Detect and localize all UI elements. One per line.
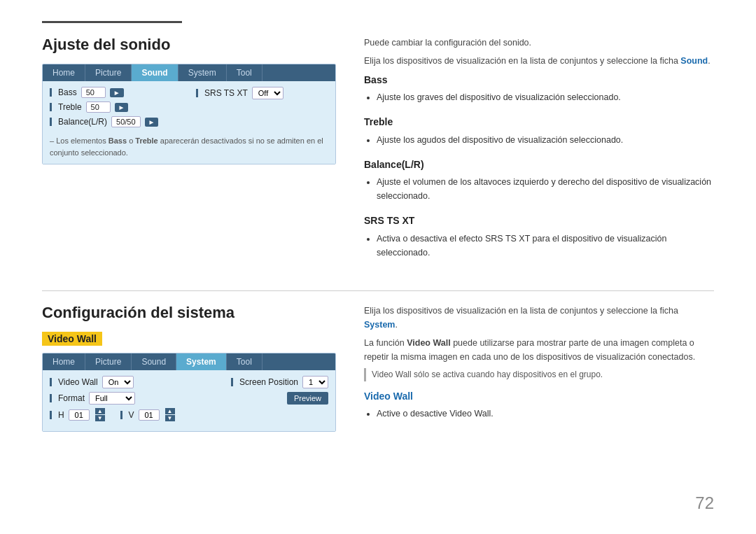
section1-left: Ajuste del sonido Home Picture Sound Sys… [42, 36, 336, 269]
balance-heading: Balance(L/R) [364, 157, 714, 172]
videowall-section: Video Wall Active o desactive Video Wall… [364, 388, 714, 421]
sound-panel: Home Picture Sound System Tool Bass 50 ► [42, 64, 336, 164]
h-down[interactable]: ▼ [95, 415, 105, 421]
videowall-select[interactable]: On Off [102, 376, 134, 388]
tab-home[interactable]: Home [43, 64, 85, 81]
balance-row: Balance(L/R) 50/50 ► [50, 116, 182, 127]
screenpos-select[interactable]: 1 2 [302, 376, 328, 388]
sound-link: Sound [680, 56, 708, 66]
sys-tab-tool[interactable]: Tool [227, 353, 262, 370]
sys-intro: Elija los dispositivos de visualización … [364, 304, 714, 332]
section1-title: Ajuste del sonido [42, 36, 336, 54]
bass-section: Bass Ajuste los graves del dispositivo d… [364, 72, 714, 104]
sound-intro1: Puede cambiar la configuración del sonid… [364, 36, 714, 50]
sound-intro2: Elija los dispositivos de visualización … [364, 54, 714, 68]
sys-tab-picture[interactable]: Picture [85, 353, 132, 370]
section2-title: Configuración del sistema [42, 304, 336, 322]
section2-left: Configuración del sistema Video Wall Hom… [42, 304, 336, 439]
videowall-bold: Video Wall [407, 338, 451, 348]
hv-row: H ▲ ▼ V ▲ ▼ [50, 408, 328, 422]
screenpos-label: Screen Position [239, 377, 298, 387]
treble-value: 50 [86, 101, 111, 113]
format-bar [50, 394, 52, 402]
treble-label: Treble [58, 102, 82, 112]
tab-tool[interactable]: Tool [227, 64, 262, 81]
v-bar [120, 411, 122, 419]
videowall-desc: Active o desactive Video Wall. [377, 407, 714, 421]
h-label: H [58, 410, 64, 420]
system-link: System [364, 320, 395, 330]
videowall-heading: Video Wall [364, 388, 714, 404]
balance-bar [50, 118, 52, 126]
balance-label: Balance(L/R) [58, 117, 107, 127]
bass-heading: Bass [364, 72, 714, 87]
sys-tab-system[interactable]: System [176, 353, 227, 370]
sys-note: Video Wall sólo se activa cuando hay dis… [364, 368, 714, 381]
balance-section: Balance(L/R) Ajuste el volumen de los al… [364, 157, 714, 203]
treble-bar [50, 103, 52, 111]
bass-row: Bass 50 ► [50, 87, 182, 98]
sound-panel-tabs: Home Picture Sound System Tool [43, 64, 335, 81]
srs-link: SRS TS XT [485, 234, 530, 244]
video-wall-badge: Video Wall [42, 332, 102, 346]
bass-arrow[interactable]: ► [110, 88, 124, 97]
system-panel-tabs: Home Picture Sound System Tool [43, 353, 335, 370]
section1-ajuste-sonido: Ajuste del sonido Home Picture Sound Sys… [42, 36, 714, 269]
format-select[interactable]: Full Natural [89, 392, 135, 405]
srs-heading: SRS TS XT [364, 213, 714, 228]
section2-config-sistema: Configuración del sistema Video Wall Hom… [42, 304, 714, 439]
tab-picture[interactable]: Picture [85, 64, 132, 81]
treble-desc: Ajuste los agudos del dispositivo de vis… [377, 133, 714, 147]
srs-bar [196, 89, 198, 97]
videowall-label: Video Wall [58, 377, 98, 387]
treble-arrow[interactable]: ► [115, 103, 129, 112]
h-up[interactable]: ▲ [95, 408, 105, 414]
treble-heading: Treble [364, 114, 714, 129]
v-label: V [129, 410, 134, 420]
section1-right: Puede cambiar la configuración del sonid… [364, 36, 714, 269]
bass-value: 50 [81, 87, 106, 98]
tab-system[interactable]: System [178, 64, 227, 81]
h-input[interactable] [69, 409, 90, 421]
srs-desc: Activa o desactiva el efecto SRS TS XT p… [377, 232, 714, 260]
h-spinners: ▲ ▼ [95, 408, 105, 422]
v-spinners: ▲ ▼ [165, 408, 175, 422]
srs-label: SRS TS XT [204, 88, 248, 98]
srs-select[interactable]: Off On [252, 87, 284, 99]
sys-para1: La función Video Wall puede utilizarse p… [364, 336, 714, 364]
bass-bar [50, 88, 52, 97]
top-line [42, 21, 182, 23]
balance-desc: Ajuste el volumen de los altavoces izqui… [377, 175, 714, 203]
sys-tab-sound[interactable]: Sound [132, 353, 176, 370]
bass-label: Bass [58, 87, 77, 97]
treble-row: Treble 50 ► [50, 101, 182, 113]
v-down[interactable]: ▼ [165, 415, 175, 421]
screenpos-bar [231, 378, 233, 386]
page-number: 72 [695, 493, 714, 513]
videowall-row: Video Wall On Off Screen Position 1 2 [50, 376, 328, 388]
preview-button[interactable]: Preview [287, 392, 328, 405]
videowall-note-link: Video Wall [372, 370, 412, 379]
sys-tab-home[interactable]: Home [43, 353, 85, 370]
sound-panel-note: – Los elementos Bass o Treble aparecerán… [50, 135, 328, 158]
format-row: Format Full Natural Preview [50, 392, 328, 405]
tab-sound[interactable]: Sound [132, 64, 178, 81]
system-panel-body: Video Wall On Off Screen Position 1 2 [43, 370, 335, 431]
videowall-bar [50, 378, 52, 386]
srs-row: SRS TS XT Off On [196, 87, 328, 99]
v-up[interactable]: ▲ [165, 408, 175, 414]
balance-value: 50/50 [111, 116, 141, 127]
section2-right: Elija los dispositivos de visualización … [364, 304, 714, 439]
format-label: Format [58, 393, 85, 403]
balance-arrow[interactable]: ► [145, 118, 159, 127]
h-bar [50, 411, 52, 419]
treble-section: Treble Ajuste los agudos del dispositivo… [364, 114, 714, 146]
videowall-desc-link: Video Wall [449, 409, 491, 419]
srs-section: SRS TS XT Activa o desactiva el efecto S… [364, 213, 714, 259]
sound-panel-body: Bass 50 ► Treble 50 ► Balance(L/R) [43, 81, 335, 164]
system-panel: Home Picture Sound System Tool Video Wal… [42, 353, 336, 432]
bass-desc: Ajuste los graves del dispositivo de vis… [377, 90, 714, 104]
section-divider [42, 290, 714, 291]
v-input[interactable] [139, 409, 160, 421]
